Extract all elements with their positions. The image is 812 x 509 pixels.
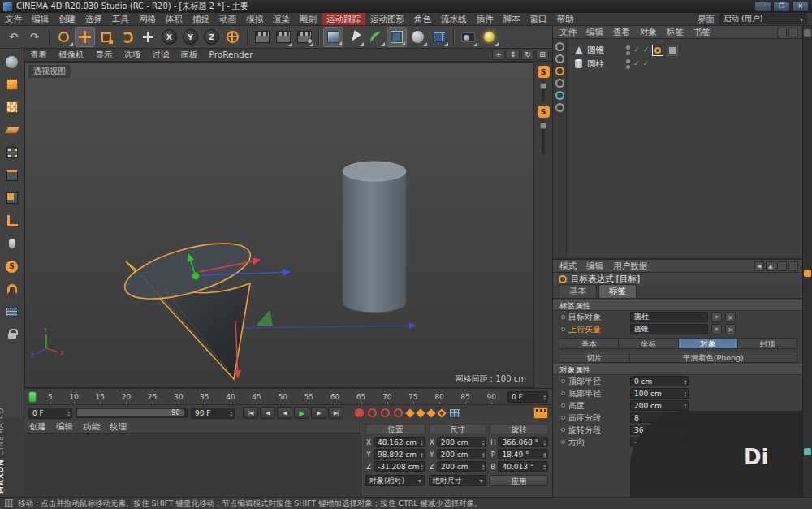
object-tab[interactable]: 封顶 xyxy=(737,338,797,349)
viewport-menu-item[interactable]: 摄像机 xyxy=(53,49,90,61)
menubar-item[interactable]: 窗口 xyxy=(525,13,552,25)
search-icon[interactable] xyxy=(777,28,787,37)
spinner-arrows-icon[interactable] xyxy=(481,464,485,470)
anim-dot-icon[interactable] xyxy=(561,315,565,319)
pla-record-button[interactable] xyxy=(394,408,403,417)
position-key-toggle[interactable] xyxy=(405,408,414,417)
history-back-icon[interactable]: ◀ xyxy=(754,261,764,271)
tab-tag[interactable]: 标签 xyxy=(598,284,637,298)
spinner-arrows-icon[interactable] xyxy=(682,390,686,397)
menubar-item[interactable]: 运动图形 xyxy=(365,13,409,25)
target-tag-icon[interactable] xyxy=(652,45,663,56)
palette-icon[interactable] xyxy=(555,67,564,75)
spinner-arrows-icon[interactable] xyxy=(66,410,70,416)
menubar-item[interactable]: 角色 xyxy=(409,13,436,25)
attribute-menu-item[interactable]: 用户数据 xyxy=(608,260,652,272)
rotation-input[interactable]: 40.013 ° xyxy=(498,461,548,472)
extra-tag-icon[interactable] xyxy=(667,45,678,56)
live-selection-tool[interactable] xyxy=(54,27,74,47)
object-tree-area[interactable]: 圆锥 ✓ ✓ 圆柱 ✓ ✓ xyxy=(553,39,802,258)
palette-icon[interactable] xyxy=(555,103,564,112)
object-manager-menu-item[interactable]: 文件 xyxy=(555,26,581,38)
viewport-solo-button[interactable] xyxy=(2,234,22,253)
rotation-key-toggle[interactable] xyxy=(426,408,435,417)
close-button[interactable]: × xyxy=(792,2,809,11)
rotate-view-icon[interactable]: ↻ xyxy=(521,50,534,60)
enable-snap-button[interactable]: S xyxy=(2,257,22,276)
object-tab[interactable]: 基本 xyxy=(559,338,619,349)
filter-icon[interactable] xyxy=(788,28,798,37)
menubar-item[interactable]: 选择 xyxy=(80,13,107,25)
palette-icon[interactable] xyxy=(555,42,564,51)
visibility-dots[interactable] xyxy=(626,59,630,69)
slider-knob[interactable] xyxy=(540,83,546,89)
view-label[interactable]: 透视视图 xyxy=(28,65,71,78)
layout-tab-icon[interactable] xyxy=(804,448,811,455)
render-picture-viewer-button[interactable] xyxy=(273,27,293,47)
object-tab[interactable]: 对象 xyxy=(678,338,738,349)
object-row-cylinder[interactable]: 圆柱 ✓ ✓ xyxy=(567,57,802,71)
previous-key-button[interactable]: ◀ xyxy=(260,407,275,419)
coords-mode-select[interactable]: 对象(相对) xyxy=(365,475,425,486)
add-primitive-button[interactable] xyxy=(323,27,343,47)
s-badge-icon[interactable]: S xyxy=(538,106,550,118)
polygons-mode-button[interactable] xyxy=(2,188,22,208)
axis-center-handle[interactable] xyxy=(192,273,200,280)
keyframe-selection-button[interactable] xyxy=(381,408,390,417)
move-tool[interactable] xyxy=(75,27,95,47)
menubar-item[interactable]: 体积 xyxy=(161,13,188,25)
viewport-menu-item[interactable]: 选项 xyxy=(119,49,147,61)
menubar-item[interactable]: 工具 xyxy=(107,13,134,25)
lock-icon[interactable] xyxy=(777,261,787,271)
play-backwards-button[interactable]: ◀ xyxy=(277,407,292,419)
menubar-item[interactable]: 渲染 xyxy=(268,13,295,25)
anim-dot-icon[interactable] xyxy=(561,416,565,420)
workplane-mode-button[interactable] xyxy=(2,120,22,140)
menubar-item[interactable]: 编辑 xyxy=(27,13,54,25)
target-object-link-field[interactable]: 圆柱 xyxy=(630,312,708,322)
scale-tool[interactable] xyxy=(96,27,116,47)
next-frame-button[interactable]: ▶ xyxy=(311,407,326,419)
maximize-button[interactable]: ❐ xyxy=(773,2,790,11)
layout-tab-icon[interactable] xyxy=(804,29,811,37)
menubar-item[interactable]: 动画 xyxy=(214,13,241,25)
autokey-button[interactable] xyxy=(368,408,377,417)
parameter-key-toggle[interactable] xyxy=(437,408,446,417)
material-menu-item[interactable]: 编辑 xyxy=(51,421,78,433)
lock-y-axis-button[interactable]: Y xyxy=(180,27,201,47)
spinner-arrows-icon[interactable] xyxy=(419,451,423,458)
anim-dot-icon[interactable] xyxy=(561,327,565,331)
generator-check-icon[interactable]: ✓ xyxy=(643,60,650,67)
render-settings-button[interactable] xyxy=(294,27,314,47)
titlebar[interactable]: CINEMA 4D R20.030 Studio (RC - R20) - [未… xyxy=(0,0,812,13)
viewport-menu-item[interactable]: 显示 xyxy=(90,49,119,61)
spinner-arrows-icon[interactable] xyxy=(228,410,232,416)
subdivision-surface-button[interactable] xyxy=(387,27,407,47)
layout-tab-icon[interactable] xyxy=(804,270,811,277)
coordinate-system-button[interactable] xyxy=(222,27,243,47)
visibility-dots[interactable] xyxy=(626,45,630,55)
size-input[interactable]: 200 cm xyxy=(437,437,487,447)
menubar-item[interactable]: 插件 xyxy=(472,13,499,25)
spinner-arrows-icon[interactable] xyxy=(419,439,423,446)
model-mode-button[interactable] xyxy=(2,75,22,94)
keyframe-grid-icon[interactable] xyxy=(449,408,460,418)
points-mode-button[interactable] xyxy=(2,143,22,162)
object-manager-menu-item[interactable]: 书签 xyxy=(689,26,715,38)
palette-icon[interactable] xyxy=(555,54,564,63)
range-bar-handle[interactable]: 90 xyxy=(77,409,184,416)
enabled-check-icon[interactable]: ✓ xyxy=(633,46,640,54)
edges-mode-button[interactable] xyxy=(2,166,22,185)
object-name[interactable]: 圆锥 xyxy=(587,45,623,56)
coordinate-input[interactable]: 98.892 cm xyxy=(374,449,425,459)
zoom-view-icon[interactable]: ↕ xyxy=(507,50,520,60)
spline-tools-button[interactable] xyxy=(365,27,386,47)
anim-dot-icon[interactable] xyxy=(561,379,565,383)
anim-dot-icon[interactable] xyxy=(561,403,565,408)
rotation-input[interactable]: 18.49 ° xyxy=(498,449,548,459)
mograph-button[interactable] xyxy=(429,27,449,47)
scale-key-toggle[interactable] xyxy=(416,408,425,417)
menubar-item[interactable]: 创建 xyxy=(54,13,80,25)
menubar-item[interactable]: 流水线 xyxy=(436,13,472,25)
viewport-menu-item[interactable]: 面板 xyxy=(175,49,204,61)
